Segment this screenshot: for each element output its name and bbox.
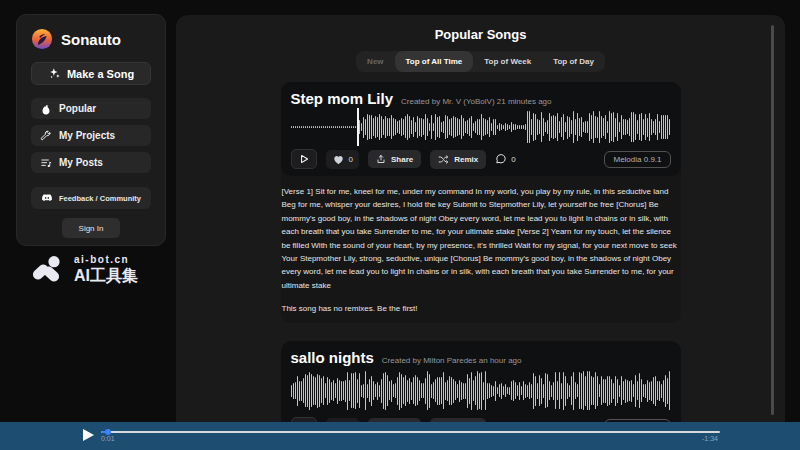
sidebar-item-popular[interactable]: Popular	[31, 98, 151, 119]
share-label: Share	[391, 155, 413, 164]
elapsed-time: 0:01	[101, 435, 115, 442]
make-a-song-label: Make a Song	[67, 68, 134, 80]
share-button[interactable]: Share	[368, 150, 421, 168]
scrollbar[interactable]	[771, 25, 774, 415]
partner-brand: ai-bot.cn AI工具集	[30, 254, 138, 287]
partner-text: ai-bot.cn AI工具集	[74, 254, 138, 287]
player-play-button[interactable]	[83, 429, 94, 441]
song-block-2: sallo nights Created by Milton Paredes a…	[281, 341, 681, 422]
content-column: Popular Songs New Top of All Time Top of…	[281, 27, 681, 422]
tab-top-of-day[interactable]: Top of Day	[542, 51, 605, 72]
song-header: Step mom Lily Created by Mr. V (YoBoiV) …	[291, 88, 671, 107]
like-button[interactable]: 0	[326, 150, 359, 169]
remix-note: This song has no remixes. Be the first!	[281, 292, 681, 323]
time-filter-tabs: New Top of All Time Top of Week Top of D…	[356, 51, 605, 72]
song-card: Step mom Lily Created by Mr. V (YoBoiV) …	[281, 82, 681, 176]
song-actions: 0 Share	[291, 149, 671, 169]
sign-in-button[interactable]: Sign In	[62, 218, 120, 238]
share-icon	[376, 154, 386, 164]
song-lyrics: [Verse 1] Sit for me, kneel for me, unde…	[281, 176, 681, 292]
discord-icon	[41, 192, 53, 204]
playhead	[357, 108, 359, 146]
sign-in-label: Sign In	[79, 224, 104, 233]
comment-icon	[495, 153, 507, 165]
waveform[interactable]	[291, 369, 671, 412]
partner-domain: ai-bot.cn	[74, 254, 138, 265]
waveform[interactable]	[291, 110, 671, 144]
like-count: 0	[349, 155, 353, 164]
sonauto-logo-icon	[31, 28, 53, 50]
music-list-icon	[40, 157, 52, 169]
sidebar-item-label: My Posts	[59, 157, 103, 168]
comment-button[interactable]: 0	[495, 153, 515, 165]
sidebar-nav: Popular My Projects My Posts	[17, 98, 165, 173]
sidebar-item-my-projects[interactable]: My Projects	[31, 125, 151, 146]
comment-count: 0	[511, 155, 515, 164]
ai-bot-logo-icon	[30, 255, 66, 287]
play-button[interactable]	[291, 149, 317, 169]
brand[interactable]: Sonauto	[17, 15, 165, 54]
brand-name: Sonauto	[61, 31, 121, 48]
main-panel: Popular Songs New Top of All Time Top of…	[176, 15, 785, 422]
song-byline: Created by Milton Paredes an hour ago	[382, 356, 522, 365]
song-card: sallo nights Created by Milton Paredes a…	[281, 341, 681, 422]
sparkles-icon	[48, 67, 61, 80]
sidebar: Sonauto Make a Song Popular My Projects	[16, 14, 166, 246]
heart-icon	[332, 153, 345, 166]
progress-bar[interactable]	[101, 431, 720, 433]
tab-top-of-all-time[interactable]: Top of All Time	[395, 51, 474, 72]
wrench-icon	[40, 130, 52, 142]
song-title: sallo nights	[291, 349, 374, 366]
sidebar-item-my-posts[interactable]: My Posts	[31, 152, 151, 173]
feedback-community-label: Feedback / Community	[59, 194, 141, 203]
remaining-time: -1:34	[702, 435, 718, 442]
feedback-community-button[interactable]: Feedback / Community	[31, 187, 151, 209]
partner-name: AI工具集	[74, 266, 138, 287]
tab-new[interactable]: New	[356, 51, 394, 72]
sidebar-item-label: Popular	[59, 103, 96, 114]
make-a-song-button[interactable]: Make a Song	[31, 62, 151, 85]
tab-top-of-week[interactable]: Top of Week	[473, 51, 542, 72]
remix-button[interactable]: Remix	[430, 150, 486, 169]
song-block-1: Step mom Lily Created by Mr. V (YoBoiV) …	[281, 82, 681, 323]
page-title: Popular Songs	[281, 27, 681, 42]
model-badge: Melodia 0.9.1	[604, 151, 670, 168]
shuffle-icon	[438, 154, 449, 165]
remix-label: Remix	[454, 155, 478, 164]
flame-icon	[40, 103, 52, 115]
play-icon	[298, 153, 310, 165]
song-header: sallo nights Created by Milton Paredes a…	[291, 347, 671, 366]
song-byline: Created by Mr. V (YoBoiV) 21 minutes ago	[401, 97, 551, 106]
player-bar: 0:01 -1:34	[0, 422, 800, 450]
sidebar-item-label: My Projects	[59, 130, 115, 141]
song-title: Step mom Lily	[291, 90, 394, 107]
